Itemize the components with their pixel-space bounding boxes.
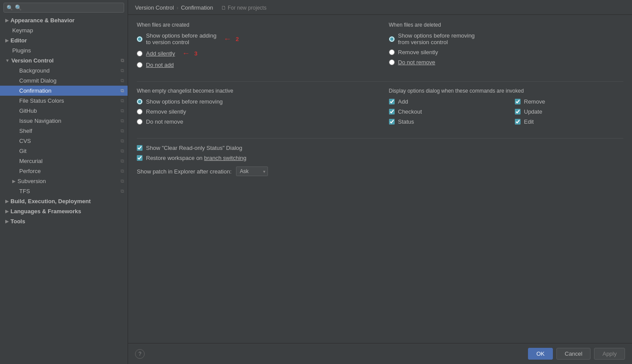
- radio-show-before-remove-input[interactable]: [389, 36, 395, 42]
- sidebar-item-mercurial[interactable]: Mercurial ⧉: [0, 156, 128, 166]
- copy-icon: ⧉: [121, 128, 124, 134]
- checkbox-checkout-input[interactable]: [389, 109, 395, 114]
- checkbox-status-input[interactable]: [389, 119, 395, 125]
- inactive-title: When empty changelist becomes inactive: [137, 88, 372, 94]
- copy-icon: ⧉: [121, 118, 124, 124]
- sidebar-item-plugins[interactable]: Plugins: [0, 45, 128, 55]
- radio-do-not-add[interactable]: Do not add: [137, 62, 372, 68]
- checkbox-checkout[interactable]: Checkout: [389, 108, 497, 115]
- radio-do-not-add-input[interactable]: [137, 62, 142, 68]
- created-radio-group: Show options before adding to version co…: [137, 32, 372, 68]
- main-layout: 🔍 ▶ Appearance & Behavior Keymap ▶ Edito…: [0, 0, 632, 364]
- help-button[interactable]: ?: [135, 349, 145, 359]
- checkbox-add[interactable]: Add: [389, 98, 497, 105]
- copy-icon: ⧉: [121, 138, 124, 144]
- ok-button[interactable]: OK: [528, 348, 553, 360]
- divider-1: [137, 81, 623, 82]
- sidebar-item-keymap[interactable]: Keymap: [0, 25, 128, 35]
- radio-remove-silently-inactive-input[interactable]: [137, 109, 142, 114]
- sidebar-item-subversion[interactable]: ▶ Subversion ⧉: [0, 176, 128, 186]
- sidebar-item-tfs[interactable]: TFS ⧉: [0, 186, 128, 196]
- checkbox-clear-readonly-label: Show "Clear Read-only Status" Dialog: [146, 145, 242, 151]
- patch-select-wrapper[interactable]: Ask Always Never: [236, 166, 268, 176]
- search-input[interactable]: [15, 4, 121, 11]
- sidebar-item-label: Background: [19, 67, 49, 74]
- radio-do-not-remove-inactive-input[interactable]: [137, 119, 142, 125]
- radio-do-not-remove-label: Do not remove: [398, 59, 435, 66]
- sidebar-item-build[interactable]: ▶ Build, Execution, Deployment: [0, 196, 128, 206]
- sidebar-item-cvs[interactable]: CVS ⧉: [0, 136, 128, 146]
- checkbox-restore-workspace[interactable]: Restore workspace on branch switching: [137, 155, 623, 161]
- sidebar: 🔍 ▶ Appearance & Behavior Keymap ▶ Edito…: [0, 0, 128, 364]
- arrow-right-icon: ←: [223, 35, 231, 44]
- radio-show-before-add[interactable]: Show options before adding to version co…: [137, 32, 372, 45]
- checkbox-remove[interactable]: Remove: [515, 98, 623, 105]
- radio-do-not-remove-input[interactable]: [389, 59, 395, 65]
- sidebar-item-languages[interactable]: ▶ Languages & Frameworks: [0, 206, 128, 216]
- sidebar-item-label: Shelf: [19, 128, 32, 134]
- copy-icon: ⧉: [121, 188, 124, 194]
- sidebar-item-label: Languages & Frameworks: [10, 208, 81, 215]
- search-box[interactable]: 🔍: [3, 3, 124, 13]
- sidebar-item-file-status-colors[interactable]: File Status Colors ⧉: [0, 96, 128, 106]
- footer-left: ?: [135, 349, 145, 359]
- breadcrumb-parent: Version Control: [135, 4, 174, 11]
- radio-show-before-add-input[interactable]: [137, 36, 142, 42]
- checkbox-status[interactable]: Status: [389, 118, 497, 125]
- sidebar-item-commit-dialog[interactable]: Commit Dialog ⧉: [0, 76, 128, 86]
- sidebar-item-editor[interactable]: ▶ Editor: [0, 35, 128, 45]
- sidebar-item-perforce[interactable]: Perforce ⧉: [0, 166, 128, 176]
- checkbox-add-input[interactable]: [389, 99, 395, 104]
- sidebar-item-background[interactable]: Background ⧉: [0, 66, 128, 76]
- sidebar-item-label: Keymap: [12, 27, 33, 34]
- chevron-right-icon: ▶: [12, 179, 16, 184]
- sidebar-item-appearance[interactable]: ▶ Appearance & Behavior: [0, 15, 128, 25]
- sidebar-item-label: Version Control: [11, 57, 54, 64]
- radio-remove-silently-input[interactable]: [389, 49, 395, 55]
- sidebar-item-github[interactable]: GitHub ⧉: [0, 106, 128, 116]
- radio-show-before-inactive-input[interactable]: [137, 99, 142, 104]
- chevron-right-icon: ▶: [5, 18, 9, 23]
- chevron-down-icon: ▼: [5, 58, 10, 63]
- checkbox-update-input[interactable]: [515, 109, 521, 114]
- sidebar-item-shelf[interactable]: Shelf ⧉: [0, 126, 128, 136]
- sidebar-item-tools[interactable]: ▶ Tools: [0, 216, 128, 226]
- apply-button[interactable]: Apply: [594, 348, 625, 360]
- checkbox-edit-label: Edit: [524, 118, 534, 125]
- sidebar-item-label: CVS: [19, 138, 31, 144]
- radio-do-not-remove[interactable]: Do not remove: [389, 59, 624, 66]
- sidebar-item-version-control[interactable]: ▼ Version Control ⧉: [0, 55, 128, 66]
- checkbox-restore-input[interactable]: [137, 155, 142, 161]
- sidebar-item-label: Subversion: [17, 178, 46, 184]
- radio-remove-silently-inactive[interactable]: Remove silently: [137, 108, 372, 115]
- checkbox-remove-input[interactable]: [515, 99, 521, 104]
- radio-show-before-inactive-label: Show options before removing: [146, 98, 223, 105]
- checkbox-update[interactable]: Update: [515, 108, 623, 115]
- checkbox-checkout-label: Checkout: [398, 108, 422, 115]
- checkbox-edit[interactable]: Edit: [515, 118, 623, 125]
- created-title: When files are created: [137, 22, 372, 28]
- radio-show-before-inactive[interactable]: Show options before removing: [137, 98, 372, 105]
- radio-do-not-remove-inactive[interactable]: Do not remove: [137, 118, 372, 125]
- patch-select[interactable]: Ask Always Never: [236, 166, 268, 176]
- sidebar-item-confirmation[interactable]: Confirmation ⧉: [0, 86, 128, 96]
- checkbox-clear-readonly[interactable]: Show "Clear Read-only Status" Dialog: [137, 145, 623, 151]
- breadcrumb-current: Confirmation: [181, 4, 213, 11]
- chevron-right-icon: ▶: [5, 199, 9, 204]
- radio-add-silently[interactable]: Add silently ← 3: [137, 49, 372, 58]
- sidebar-item-issue-navigation[interactable]: Issue Navigation ⧉: [0, 116, 128, 126]
- deleted-radio-group: Show options before removing from versio…: [389, 32, 624, 66]
- radio-show-before-remove[interactable]: Show options before removing from versio…: [389, 32, 624, 45]
- breadcrumb-separator: ›: [177, 5, 178, 11]
- checkbox-clear-readonly-input[interactable]: [137, 145, 142, 151]
- radio-add-silently-input[interactable]: [137, 51, 142, 56]
- sidebar-item-git[interactable]: Git ⧉: [0, 146, 128, 156]
- copy-icon: ⧉: [121, 158, 124, 164]
- cancel-button[interactable]: Cancel: [556, 348, 590, 360]
- checkbox-remove-label: Remove: [524, 98, 545, 105]
- sidebar-item-label: Editor: [10, 37, 27, 44]
- checkbox-edit-input[interactable]: [515, 119, 521, 125]
- sidebar-item-label: Mercurial: [19, 158, 42, 164]
- sidebar-item-label: Issue Navigation: [19, 118, 61, 124]
- radio-remove-silently[interactable]: Remove silently: [389, 49, 624, 55]
